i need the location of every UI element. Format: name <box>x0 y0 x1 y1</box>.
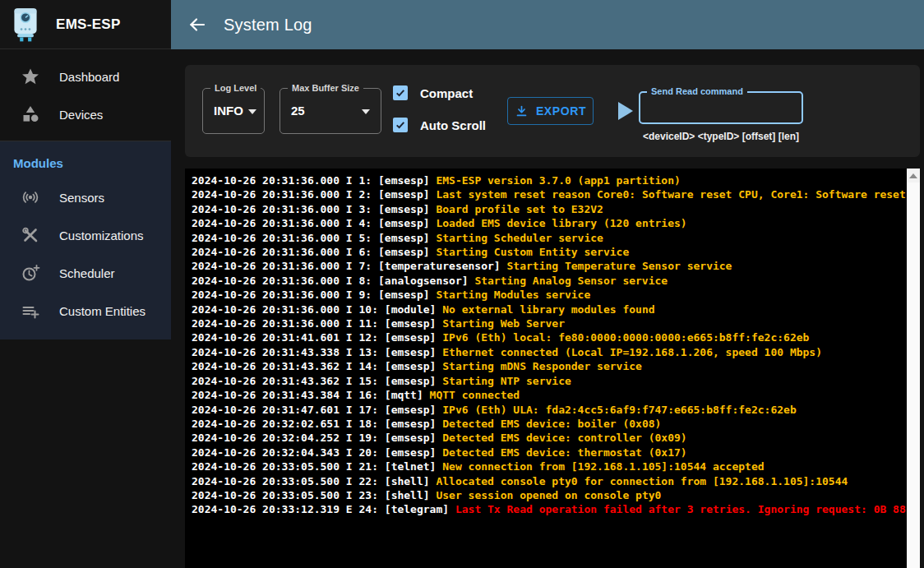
sidebar-item-label: Dashboard <box>59 70 119 84</box>
log-line: 2024-10-26 20:31:36.000 I 6: [emsesp] St… <box>192 245 907 259</box>
log-line: 2024-10-26 20:33:05.500 I 23: [shell] Us… <box>192 488 907 502</box>
sidebar-item-label: Custom Entities <box>59 304 146 318</box>
log-scrollbar[interactable] <box>907 169 920 568</box>
log-line: 2024-10-26 20:31:36.000 I 10: [module] N… <box>192 302 907 316</box>
star-icon <box>21 67 40 86</box>
log-line: 2024-10-26 20:33:05.500 I 22: [shell] Al… <box>192 474 907 488</box>
log-line: 2024-10-26 20:31:47.601 I 17: [emsesp] I… <box>192 403 907 417</box>
sidebar-item-label: Sensors <box>59 191 104 205</box>
category-icon <box>21 104 40 124</box>
sidebar-item-sensors[interactable]: Sensors <box>0 178 171 216</box>
topbar: System Log <box>171 0 924 49</box>
log-line: 2024-10-26 20:31:36.000 I 7: [temperatur… <box>192 259 907 273</box>
log-line: 2024-10-26 20:32:04.343 I 20: [emsesp] D… <box>192 446 907 459</box>
sidebar: EMS-ESP Dashboard Devices Modules <box>0 0 171 568</box>
log-line: 2024-10-26 20:31:43.338 I 13: [emsesp] E… <box>192 345 907 359</box>
log-line: 2024-10-26 20:31:43.362 I 14: [emsesp] S… <box>192 359 907 373</box>
log-lines: 2024-10-26 20:31:36.000 I 1: [emsesp] EM… <box>192 173 907 568</box>
checkbox-checked-icon <box>393 85 408 100</box>
sidebar-item-custom-entities[interactable]: Custom Entities <box>0 292 171 330</box>
app-title: EMS-ESP <box>56 16 121 33</box>
sensors-icon <box>21 187 40 207</box>
log-line: 2024-10-26 20:31:36.000 I 8: [analogsens… <box>192 274 907 288</box>
send-read-helper-text: <deviceID> <typeID> [offset] [len] <box>629 131 813 142</box>
back-button[interactable] <box>181 8 214 41</box>
log-console: 2024-10-26 20:31:36.000 I 1: [emsesp] EM… <box>185 169 920 568</box>
boiler-logo-icon <box>12 7 39 42</box>
send-read-field: Send Read command <box>639 91 803 124</box>
sidebar-item-scheduler[interactable]: Scheduler <box>0 254 171 292</box>
page-title: System Log <box>224 16 312 35</box>
sidebar-item-customizations[interactable]: Customizations <box>0 216 171 254</box>
log-line: 2024-10-26 20:31:36.000 I 9: [emsesp] St… <box>192 288 907 302</box>
auto-scroll-label: Auto Scroll <box>420 118 486 132</box>
app-header: EMS-ESP <box>0 0 171 49</box>
arrow-back-icon <box>187 15 207 35</box>
compact-checkbox[interactable]: Compact <box>393 85 473 100</box>
log-level-label: Log Level <box>210 83 261 94</box>
construction-icon <box>21 225 40 245</box>
modules-section: Modules Sensors <box>0 141 171 339</box>
compact-label: Compact <box>420 86 473 100</box>
auto-scroll-checkbox[interactable]: Auto Scroll <box>393 118 486 132</box>
download-icon <box>515 104 529 118</box>
sidebar-nav: Dashboard Devices Modules <box>0 49 171 339</box>
log-line: 2024-10-26 20:31:43.384 I 16: [mqtt] MQT… <box>192 388 907 402</box>
log-line: 2024-10-26 20:33:05.500 I 21: [telnet] N… <box>192 459 907 473</box>
chevron-down-icon <box>248 109 256 114</box>
log-line: 2024-10-26 20:31:36.000 I 2: [emsesp] La… <box>192 187 907 201</box>
log-line: 2024-10-26 20:32:04.252 I 19: [emsesp] D… <box>192 431 907 445</box>
log-line: 2024-10-26 20:31:36.000 I 4: [emsesp] Lo… <box>192 216 907 230</box>
log-line: 2024-10-26 20:31:36.000 I 3: [emsesp] Bo… <box>192 202 907 216</box>
log-line: 2024-10-26 20:31:36.000 I 1: [emsesp] EM… <box>192 173 907 187</box>
log-line: 2024-10-26 20:31:36.000 I 5: [emsesp] St… <box>192 231 907 245</box>
sidebar-item-label: Scheduler <box>59 266 115 280</box>
send-read-label: Send Read command <box>647 86 747 97</box>
sidebar-item-devices[interactable]: Devices <box>0 95 171 133</box>
max-buffer-label: Max Buffer Size <box>288 83 363 94</box>
sidebar-item-label: Customizations <box>59 229 144 242</box>
log-line: 2024-10-26 20:33:12.319 E 24: [telegram]… <box>192 502 907 516</box>
export-button-label: EXPORT <box>536 104 586 118</box>
sidebar-item-dashboard[interactable]: Dashboard <box>0 58 171 95</box>
log-level-select[interactable]: Log Level INFO <box>202 88 265 134</box>
checkbox-checked-icon <box>393 118 408 132</box>
send-read-input[interactable] <box>640 93 802 122</box>
log-line: 2024-10-26 20:31:41.601 I 12: [emsesp] I… <box>192 330 907 344</box>
sidebar-item-label: Devices <box>59 108 103 122</box>
send-play-icon[interactable] <box>618 102 633 120</box>
log-line: 2024-10-26 20:32:02.651 I 18: [emsesp] D… <box>192 417 907 431</box>
export-button[interactable]: EXPORT <box>507 97 594 125</box>
max-buffer-select[interactable]: Max Buffer Size 25 <box>280 88 381 134</box>
log-controls-card: Log Level INFO Max Buffer Size 25 Compac… <box>185 65 920 157</box>
main-content: Log Level INFO Max Buffer Size 25 Compac… <box>171 49 924 568</box>
more-time-icon <box>21 263 40 283</box>
log-line: 2024-10-26 20:31:43.362 I 15: [emsesp] S… <box>192 374 907 388</box>
chevron-down-icon <box>362 109 370 114</box>
playlist-add-icon <box>21 301 40 321</box>
scroll-up-icon <box>909 173 917 178</box>
log-line: 2024-10-26 20:31:36.000 I 11: [emsesp] S… <box>192 316 907 330</box>
modules-section-title: Modules <box>0 153 171 178</box>
scroll-up-button[interactable] <box>907 169 920 182</box>
